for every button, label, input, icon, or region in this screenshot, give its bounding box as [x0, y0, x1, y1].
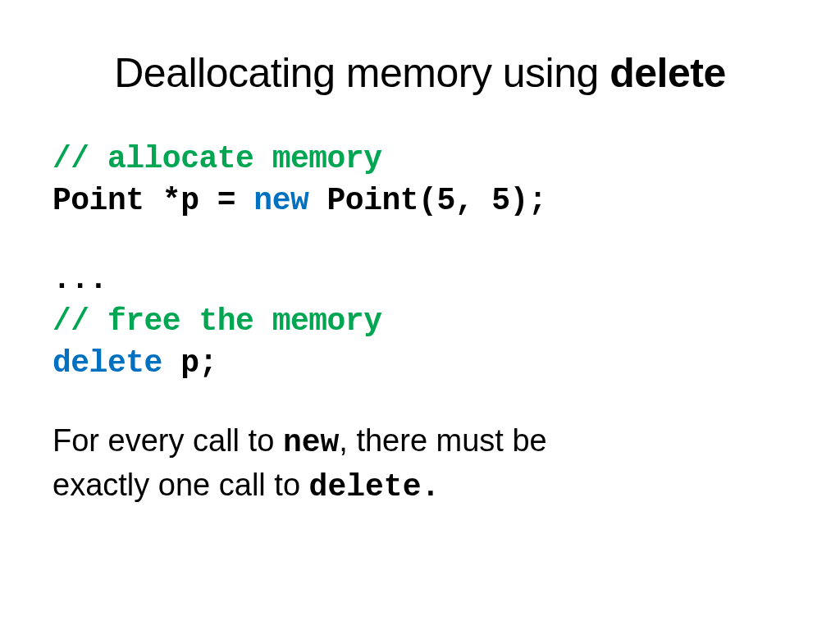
code-keyword-new: new: [253, 183, 308, 218]
blank-line: [52, 222, 791, 258]
code-text: Point *p =: [52, 183, 253, 218]
code-line-delete: delete p;: [52, 342, 791, 384]
prose-keyword-new: new: [283, 425, 339, 460]
slide-content: // allocate memory Point *p = new Point(…: [49, 138, 791, 508]
code-comment-allocate: // allocate memory: [52, 138, 791, 180]
prose-line-2: exactly one call to delete.: [52, 464, 791, 508]
code-text: Point(5, 5);: [308, 183, 546, 218]
slide-title: Deallocating memory using delete: [49, 49, 791, 97]
prose-line-1: For every call to new, there must be: [52, 420, 791, 463]
code-line-declaration: Point *p = new Point(5, 5);: [52, 180, 791, 221]
code-keyword-delete: delete: [52, 345, 162, 381]
title-keyword: delete: [609, 50, 726, 96]
title-text: Deallocating memory using: [114, 50, 609, 96]
slide: Deallocating memory using delete // allo…: [0, 0, 840, 630]
prose-keyword-delete: delete.: [309, 469, 441, 504]
code-text: p;: [162, 345, 217, 381]
prose-text: exactly one call to: [52, 468, 309, 502]
blank-line: [52, 384, 791, 420]
code-ellipsis: ...: [52, 258, 791, 300]
code-comment-free: // free the memory: [52, 300, 791, 342]
prose-text: , there must be: [339, 423, 546, 458]
prose-text: For every call to: [52, 423, 283, 458]
